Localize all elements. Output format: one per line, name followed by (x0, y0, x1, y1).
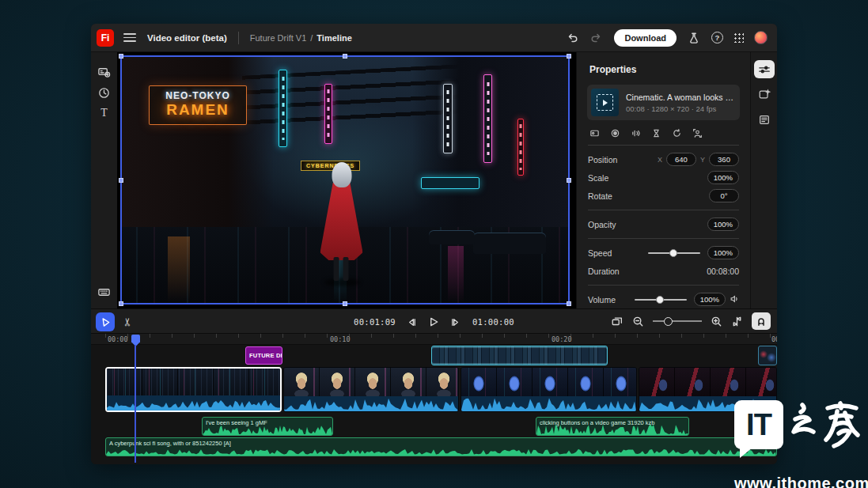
left-toolbar: T (91, 52, 117, 308)
y-axis-label: Y (700, 156, 705, 164)
ithome-url: www.ithome.com (734, 475, 867, 488)
timeline-zoom-slider[interactable] (653, 316, 702, 326)
neon-sign-horizontal (421, 177, 479, 189)
generate-tab-icon[interactable] (754, 85, 775, 104)
video-frame: NEO-TOKYO RAMEN CYBERNETICS (122, 57, 568, 303)
sfx-clip-2[interactable]: clicking buttons on a video game 31920 k… (536, 417, 689, 436)
zoom-in-icon[interactable] (711, 316, 722, 327)
volume-row: Volume 100% (588, 290, 739, 308)
rotate-icon[interactable] (672, 128, 682, 138)
timing-icon[interactable] (651, 128, 661, 138)
neon-sign-vertical (483, 74, 492, 163)
resize-handle[interactable] (119, 54, 123, 59)
mask-icon[interactable] (610, 128, 620, 138)
neon-sign-vertical (324, 84, 332, 144)
neon-sign-vertical (279, 70, 287, 147)
menu-icon[interactable] (123, 33, 136, 42)
select-tool-button[interactable] (96, 312, 115, 331)
crop-icon[interactable] (589, 128, 600, 138)
video-clip-3[interactable] (461, 367, 637, 412)
ithome-logo-chinese (790, 400, 862, 462)
breadcrumb-current: Timeline (316, 33, 351, 43)
firefly-logo[interactable]: Fi (97, 29, 114, 47)
portrait-icon[interactable] (692, 128, 703, 138)
top-bar: Fi Video editor (beta) Future Drift V1 /… (91, 24, 777, 52)
app-title: Video editor (beta) (147, 33, 227, 43)
video-clip-2[interactable] (283, 367, 459, 412)
keyboard-shortcuts-icon[interactable] (91, 282, 117, 302)
resize-handle[interactable] (567, 301, 571, 306)
undo-icon[interactable] (565, 31, 579, 45)
speed-slider[interactable] (648, 249, 700, 257)
rotate-field[interactable]: 0° (709, 189, 739, 202)
properties-tab-icon[interactable] (754, 60, 775, 78)
overlay-track: FUTURE DRIF (91, 346, 777, 365)
right-rail (750, 52, 777, 308)
timeline-ruler[interactable]: 00:00 00:10 00:20 00:30 (91, 334, 777, 345)
position-x-field[interactable]: 640 (666, 153, 696, 166)
resize-handle[interactable] (119, 301, 123, 306)
volume-field[interactable]: 100% (694, 293, 726, 306)
resize-handle[interactable] (343, 54, 347, 59)
beaker-icon[interactable] (687, 31, 701, 45)
ithome-watermark: IT www.ithome.com (734, 400, 867, 487)
ruler-label: 00:00 (108, 335, 128, 343)
audio-icon[interactable] (631, 128, 641, 138)
next-frame-icon[interactable] (450, 317, 462, 327)
split-at-playhead-icon[interactable] (731, 316, 743, 327)
ruler-label: 00:10 (330, 335, 351, 343)
app-window: Fi Video editor (beta) Future Drift V1 /… (91, 24, 777, 464)
speaker-icon[interactable] (730, 294, 739, 305)
scale-row: Scale 100% (588, 168, 739, 187)
play-icon (603, 100, 608, 106)
resize-handle[interactable] (343, 301, 347, 306)
panel-title: Properties (589, 64, 737, 75)
split-tool-icon[interactable]: ✂ (121, 317, 134, 327)
redo-icon[interactable] (589, 31, 604, 45)
position-y-field[interactable]: 360 (709, 153, 739, 166)
video-preview[interactable]: NEO-TOKYO RAMEN CYBERNETICS (120, 55, 570, 305)
position-row: Position X 640 Y 360 (588, 150, 739, 168)
captions-tab-icon[interactable] (754, 111, 775, 129)
resize-handle[interactable] (567, 54, 571, 59)
neon-sign-vertical (443, 84, 453, 153)
video-clip-1-selected[interactable] (105, 367, 282, 412)
overlay-video-clip-small[interactable] (758, 346, 777, 365)
opacity-row: Opacity 100% (588, 215, 739, 233)
scale-field[interactable]: 100% (707, 171, 739, 184)
help-icon[interactable]: ? (711, 32, 723, 44)
title-clip[interactable]: FUTURE DRIF (245, 346, 282, 365)
add-media-icon[interactable] (91, 62, 117, 82)
avatar[interactable] (754, 31, 768, 44)
resize-handle[interactable] (119, 178, 123, 183)
duration-value: 00:08:00 (707, 267, 739, 276)
volume-slider[interactable] (635, 296, 687, 304)
history-icon[interactable] (91, 82, 117, 103)
zoom-out-icon[interactable] (632, 316, 644, 327)
overlay-video-clip[interactable] (431, 346, 608, 365)
resize-handle[interactable] (567, 178, 571, 183)
parked-car (473, 233, 546, 254)
ruler-label: 00:20 (552, 335, 572, 343)
breadcrumb-separator: / (310, 33, 313, 43)
clip-meta: 00:08 · 1280 × 720 · 24 fps (626, 104, 733, 113)
neon-sign-vertical (517, 119, 524, 176)
sfx-clip-1[interactable]: I've been seeing 1 gMF (202, 417, 333, 436)
parked-car (429, 230, 475, 244)
fit-to-window-icon[interactable] (611, 316, 624, 327)
opacity-field[interactable]: 100% (707, 218, 739, 231)
sfx-track: I've been seeing 1 gMF clicking buttons … (91, 417, 777, 436)
music-clip[interactable]: A cyberpunk sci fi song, with or 8512422… (105, 437, 777, 456)
project-name[interactable]: Future Drift V1 (250, 33, 307, 43)
apps-grid-icon[interactable] (733, 32, 744, 43)
play-icon[interactable] (428, 316, 440, 327)
speed-field[interactable]: 100% (707, 246, 739, 259)
text-tool-icon[interactable]: T (91, 103, 117, 123)
snapping-toggle[interactable] (752, 312, 771, 330)
previous-frame-icon[interactable] (406, 317, 418, 327)
selected-clip-card[interactable]: Cinematic. A woman looks a... v.ffgenvid… (587, 85, 740, 120)
download-button[interactable]: Download (614, 29, 677, 47)
preview-area: NEO-TOKYO RAMEN CYBERNETICS (117, 52, 576, 308)
clip-action-row (589, 128, 737, 138)
ramen-sign: NEO-TOKYO RAMEN (149, 85, 247, 125)
